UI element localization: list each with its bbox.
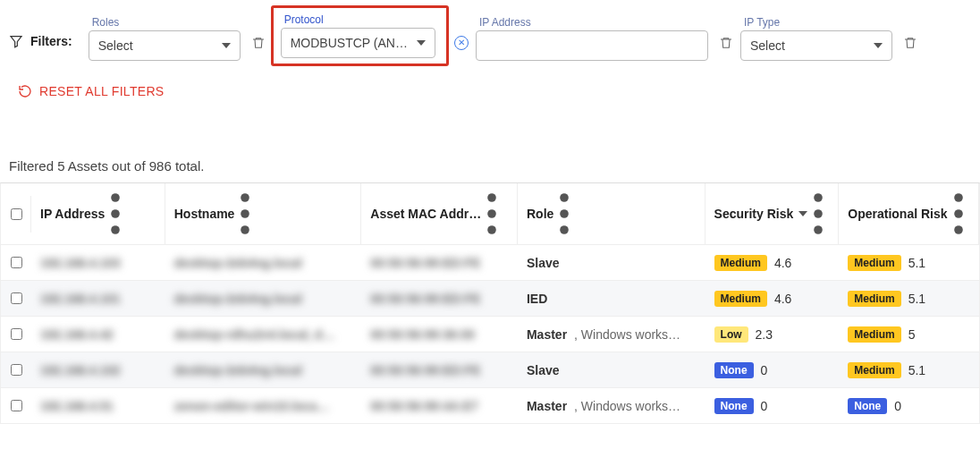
col-role-header[interactable]: Role [518, 183, 705, 244]
chevron-down-icon [417, 40, 426, 46]
kebab-icon [813, 192, 824, 235]
security-risk-badge: None [714, 398, 754, 414]
svg-point-6 [241, 225, 250, 234]
sort-desc-icon [798, 211, 807, 216]
cell-security-risk: None0 [705, 390, 840, 422]
filter-ip-label: IP Address [476, 16, 708, 29]
row-checkbox[interactable] [11, 399, 22, 412]
table-row[interactable]: 192.168.4.51zenon-editor-win10.loca…00:5… [1, 388, 979, 424]
clear-protocol-icon[interactable]: ✕ [454, 36, 469, 50]
filters-label: Filters: [30, 34, 72, 48]
protocol-dropdown-value: MODBUSTCP (AN… [291, 36, 408, 50]
row-checkbox-cell [1, 245, 31, 280]
cell-operational-risk: Medium5 [839, 318, 979, 351]
kebab-icon [559, 192, 570, 235]
cell-mac: 00:50:56:99:ED:FE [361, 355, 518, 385]
select-all-cell [1, 196, 31, 233]
filter-protocol-label: Protocol [281, 13, 435, 26]
cell-mac: 00:50:56:99:36:00 [361, 319, 518, 350]
operational-risk-badge: Medium [848, 362, 900, 378]
svg-point-15 [814, 225, 823, 234]
cell-role: Slave [518, 355, 705, 385]
table-row[interactable]: 192.168.4.103desktop-2eb4ng.local00:50:5… [1, 245, 979, 281]
col-host-header[interactable]: Hostname [165, 183, 362, 244]
cell-host: desktop-rdhu2n4.local, d… [165, 319, 362, 350]
reset-filters-button[interactable]: RESET ALL FILTERS [18, 84, 164, 98]
svg-point-18 [954, 225, 963, 234]
cell-host: desktop-2eb4ng.local [165, 284, 362, 314]
delete-filter-ip-icon[interactable] [719, 36, 733, 50]
cell-role: IED [518, 284, 705, 314]
table-row[interactable]: 192.168.4.42desktop-rdhu2n4.local, d…00:… [1, 317, 979, 352]
select-all-checkbox[interactable] [11, 208, 22, 221]
protocol-dropdown[interactable]: MODBUSTCP (AN… [281, 28, 435, 58]
reset-icon [18, 84, 32, 98]
row-checkbox-cell [1, 352, 31, 387]
cell-security-risk: None0 [705, 354, 840, 386]
row-checkbox-cell [1, 317, 31, 352]
operational-risk-badge: Medium [848, 291, 900, 307]
filter-iptype-label: IP Type [740, 16, 892, 29]
security-risk-badge: Medium [714, 255, 767, 271]
result-count: Filtered 5 Assets out of 986 total. [0, 101, 980, 182]
svg-point-12 [561, 225, 570, 234]
delete-filter-roles-icon[interactable] [251, 36, 266, 50]
cell-role: Master, Windows works… [518, 319, 705, 350]
cell-operational-risk: Medium5.1 [839, 283, 979, 315]
svg-point-9 [487, 225, 496, 234]
svg-point-5 [241, 209, 250, 218]
svg-point-8 [487, 209, 496, 218]
cell-host: desktop-2eb4ng.local [165, 248, 362, 278]
svg-point-2 [112, 209, 121, 218]
svg-point-3 [112, 225, 121, 234]
row-checkbox[interactable] [11, 292, 22, 305]
col-ip-header[interactable]: IP Address [31, 183, 165, 244]
row-checkbox[interactable] [11, 256, 22, 269]
operational-risk-badge: Medium [848, 326, 900, 343]
cell-role: Slave [518, 248, 705, 278]
svg-point-4 [241, 193, 250, 202]
filter-ip: IP Address [476, 16, 708, 61]
svg-point-14 [814, 209, 823, 218]
table-row[interactable]: 192.168.4.101desktop-2eb4ng.local00:50:5… [1, 281, 979, 317]
table-body: 192.168.4.103desktop-2eb4ng.local00:50:5… [1, 245, 979, 424]
row-checkbox-cell [1, 281, 31, 316]
filter-protocol-highlight: Protocol MODBUSTCP (AN… [271, 5, 449, 66]
col-sec-header[interactable]: Security Risk [705, 183, 840, 244]
security-risk-badge: Medium [714, 291, 767, 307]
operational-risk-badge: Medium [848, 255, 900, 271]
filter-roles-label: Roles [89, 16, 241, 29]
cell-security-risk: Medium4.6 [705, 283, 840, 315]
security-risk-badge: None [714, 362, 754, 378]
roles-dropdown-value: Select [98, 38, 133, 53]
table-row[interactable]: 192.168.4.102desktop-2eb4ng.local00:50:5… [1, 352, 979, 388]
svg-point-16 [954, 193, 963, 202]
reset-row: RESET ALL FILTERS [0, 61, 980, 101]
cell-mac: 00:50:56:99:ED:FE [361, 248, 518, 278]
row-checkbox[interactable] [11, 363, 22, 377]
kebab-icon [953, 192, 964, 235]
chevron-down-icon [222, 43, 231, 48]
iptype-dropdown[interactable]: Select [740, 30, 892, 61]
ip-address-input[interactable] [476, 30, 708, 61]
cell-security-risk: Low2.3 [705, 318, 840, 351]
cell-ip: 192.168.4.102 [31, 355, 165, 385]
cell-host: desktop-2eb4ng.local [165, 355, 362, 385]
filter-protocol: Protocol MODBUSTCP (AN… [281, 13, 435, 58]
cell-host: zenon-editor-win10.loca… [165, 391, 362, 421]
svg-point-1 [112, 193, 121, 202]
cell-ip: 192.168.4.103 [31, 248, 165, 278]
cell-ip: 192.168.4.42 [31, 319, 165, 350]
cell-ip: 192.168.4.101 [31, 284, 165, 314]
roles-dropdown[interactable]: Select [89, 30, 241, 61]
row-checkbox[interactable] [11, 327, 22, 341]
svg-point-10 [561, 193, 570, 202]
reset-filters-label: RESET ALL FILTERS [39, 84, 164, 98]
svg-point-17 [954, 209, 963, 218]
delete-filter-iptype-icon[interactable] [903, 36, 917, 50]
cell-mac: 00:50:56:99:ED:FE [361, 284, 518, 314]
col-mac-header[interactable]: Asset MAC Addr… [361, 183, 518, 244]
operational-risk-badge: None [848, 398, 887, 414]
svg-point-13 [814, 193, 823, 202]
col-op-header[interactable]: Operational Risk [839, 183, 979, 244]
